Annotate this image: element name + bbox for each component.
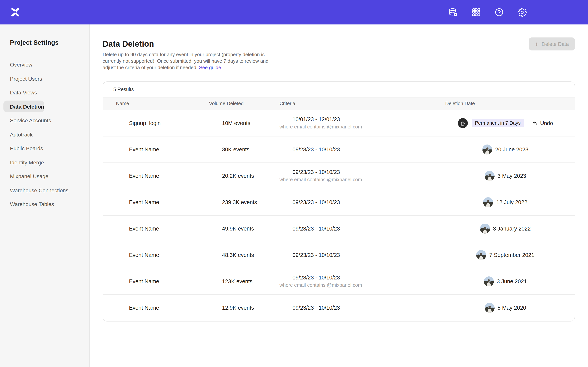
volume-deleted-cell: 20.2K events [209,173,279,179]
column-header-criteria: Criteria [279,100,445,106]
deletion-date-text: 5 May 2020 [497,305,526,311]
event-name-cell: Event Name [116,278,209,284]
criteria-cell: 09/23/23 - 10/10/23 [279,199,445,205]
user-avatar [458,118,467,128]
table-body: Signup_login 10M events 10/01/23 - 12/01… [103,110,575,321]
sidebar-item-data-views[interactable]: Data Views [0,86,37,100]
data-management-icon [449,8,458,17]
user-avatar [476,250,486,260]
deletion-date-cell: 5 May 2020 [445,303,565,313]
criteria-cell: 09/23/23 - 10/10/23 [279,252,445,258]
event-name-cell: Event Name [116,146,209,152]
table-row: Event Name 49.9K events 09/23/23 - 10/10… [103,216,575,242]
user-avatar [482,144,492,154]
user-avatar [480,224,490,234]
settings-icon-button[interactable] [518,8,527,17]
deletion-date-text: 12 July 2022 [496,199,527,205]
deletion-date-cell: 12 July 2022 [445,197,565,207]
table-row: Signup_login 10M events 10/01/23 - 12/01… [103,110,575,136]
column-header-volume: Volume Deleted [209,100,279,106]
app-window: Project Settings OverviewProject UsersDa… [0,0,588,367]
sidebar-item-overview[interactable]: Overview [0,58,32,72]
deletion-date-cell: Permanent in 7 Days Undo [445,118,565,128]
settings-icon [518,8,527,17]
deletion-date-text: 7 September 2021 [489,252,534,258]
volume-deleted-cell: 30K events [209,146,279,152]
column-header-deletion-date: Deletion Date [445,100,565,106]
sidebar-item-project-users[interactable]: Project Users [0,72,42,86]
criteria-cell: 09/23/23 - 10/10/23 [279,146,445,152]
deletion-table-card: 5 Results Name Volume Deleted Criteria D… [103,81,575,321]
plus-icon: + [535,41,539,47]
criteria-cell: 09/23/23 - 10/10/23 where email contains… [279,169,445,182]
sidebar-item-data-deletion[interactable]: Data Deletion [3,101,44,113]
deletion-date-text: 20 June 2023 [495,146,528,152]
event-name-cell: Event Name [116,252,209,258]
topbar-icon-group [449,8,527,17]
table-row: Event Name 48.3K events 09/23/23 - 10/10… [103,242,575,268]
table-row: Event Name 12.9K events 09/23/23 - 10/10… [103,295,575,321]
user-avatar [484,171,494,181]
main-content: + Delete Data Data Deletion Delete up to… [90,25,588,367]
page-description: Delete up to 90 days data for any event … [103,52,276,71]
sidebar-item-autotrack[interactable]: Autotrack [0,127,33,142]
table-row: Event Name 20.2K events 09/23/23 - 10/10… [103,163,575,189]
results-count: 5 Results [103,82,575,97]
deletion-date-text: 3 January 2022 [493,225,531,232]
data-management-icon-button[interactable] [449,8,458,17]
event-name-cell: Event Name [116,199,209,205]
event-name-cell: Event Name [116,173,209,179]
sidebar-item-public-boards[interactable]: Public Boards [0,142,43,155]
sidebar-item-warehouse-connections[interactable]: Warehouse Connections [0,183,69,197]
undo-button[interactable]: Undo [532,120,553,126]
deletion-date-cell: 3 May 2023 [445,171,565,181]
table-row: Event Name 123K events 09/23/23 - 10/10/… [103,268,575,295]
deletion-date-cell: 7 September 2021 [445,250,565,260]
event-name-cell: Event Name [116,225,209,232]
sidebar-nav: OverviewProject UsersData ViewsData Dele… [0,58,89,211]
volume-deleted-cell: 49.9K events [209,225,279,232]
deletion-date-cell: 3 January 2022 [445,224,565,234]
sidebar-item-warehouse-tables[interactable]: Warehouse Tables [0,197,54,211]
volume-deleted-cell: 10M events [209,120,279,126]
criteria-cell: 10/01/23 - 12/01/23 where email contains… [279,116,445,130]
column-header-name: Name [116,100,209,106]
status-badge: Permanent in 7 Days [471,119,524,127]
deletion-date-cell: 20 June 2023 [445,144,565,154]
delete-data-button[interactable]: + Delete Data [529,37,575,50]
top-navigation-bar [0,0,588,25]
user-avatar [483,197,493,207]
project-settings-sidebar: Project Settings OverviewProject UsersDa… [0,25,90,367]
sidebar-item-service-accounts[interactable]: Service Accounts [0,114,51,127]
deletion-date-cell: 3 June 2021 [445,276,565,286]
apps-grid-icon [472,8,481,17]
volume-deleted-cell: 12.9K events [209,305,279,311]
table-row: Event Name 239.3K events 09/23/23 - 10/1… [103,189,575,216]
page-title: Data Deletion [103,39,575,49]
criteria-cell: 09/23/23 - 10/10/23 where email contains… [279,275,445,288]
apps-grid-icon-button[interactable] [472,8,481,17]
volume-deleted-cell: 239.3K events [209,199,279,205]
event-name-cell: Signup_login [116,120,209,126]
see-guide-link[interactable]: See guide [199,65,221,70]
volume-deleted-cell: 123K events [209,278,279,284]
deletion-date-text: 3 June 2021 [497,278,527,284]
undo-icon [532,120,537,125]
table-header-row: Name Volume Deleted Criteria Deletion Da… [103,97,575,110]
mixpanel-logo[interactable] [10,7,20,17]
sidebar-item-identity-merge[interactable]: Identity Merge [0,155,44,169]
table-row: Event Name 30K events 09/23/23 - 10/10/2… [103,136,575,163]
sidebar-item-mixpanel-usage[interactable]: Mixpanel Usage [0,169,48,183]
criteria-cell: 09/23/23 - 10/10/23 [279,225,445,232]
help-icon [495,8,504,17]
criteria-cell: 09/23/23 - 10/10/23 [279,305,445,311]
volume-deleted-cell: 48.3K events [209,252,279,258]
user-avatar [484,303,494,313]
help-icon-button[interactable] [495,8,504,17]
deletion-date-text: 3 May 2023 [497,173,526,179]
user-avatar [484,276,494,286]
event-name-cell: Event Name [116,305,209,311]
sidebar-title: Project Settings [10,39,89,46]
